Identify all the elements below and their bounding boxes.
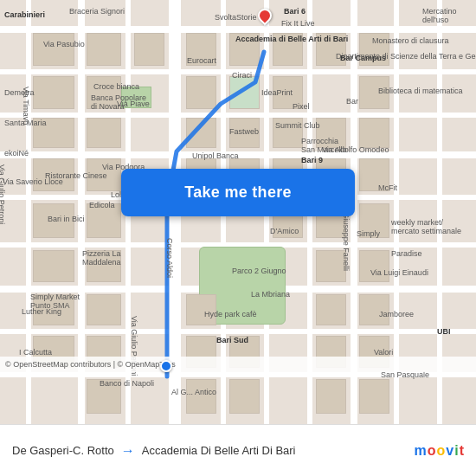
block-9 [33,76,74,109]
block-38 [33,294,74,325]
block-11 [186,76,216,109]
logo-v2: i [454,443,458,459]
green-small1 [121,87,151,108]
street-h8 [0,329,476,334]
logo-m: m [415,443,427,459]
block-35 [87,250,121,282]
origin-pin [160,360,174,374]
block-22 [33,158,74,191]
logo-it: t [460,443,464,459]
route-arrow-icon: → [121,443,135,459]
block-40 [186,294,216,325]
block-41 [316,294,346,325]
street-h2 [0,69,476,74]
block-3 [134,33,164,66]
block-17 [186,118,216,148]
block-49 [87,379,121,414]
block-5 [229,33,260,66]
block-21 [359,118,389,148]
block-20 [316,118,346,148]
block-36 [316,250,346,282]
block-51 [229,379,260,414]
block-50 [186,379,216,414]
origin-pin-dot [160,360,172,372]
block-33 [359,203,389,238]
block-18 [229,118,260,148]
block-16 [87,118,121,148]
logo-o2: o [437,443,446,459]
block-30 [87,203,121,238]
block-academy [229,76,260,109]
block-4 [186,33,216,66]
block-2 [87,33,121,66]
block-13 [273,76,303,109]
block-7 [316,33,346,66]
block-14 [359,76,389,109]
destination-pin [258,9,273,28]
route-to: Accademia Di Belle Arti Di Bari [142,444,296,457]
block-10 [87,76,121,109]
block-53 [359,379,389,414]
block-29 [33,203,74,238]
block-52 [316,379,346,414]
take-me-there-overlay: Take me there [121,169,355,216]
block-1 [33,33,74,66]
block-39 [87,294,121,325]
logo-v: v [446,443,453,459]
bottom-bar: De Gasperi-C. Rotto → Accademia Di Belle… [0,424,476,476]
street-h9 [0,372,476,377]
street-h4 [0,151,476,158]
block-42 [359,294,389,325]
logo-o1: o [428,443,436,459]
block-23 [87,158,121,191]
street-h1 [0,26,476,33]
block-37 [359,250,389,282]
take-me-there-button[interactable]: Take me there [121,169,355,216]
destination-pin-circle [255,6,275,26]
block-28 [359,158,389,191]
block-8 [359,33,389,66]
attribution-bar: © OpenStreetMap contributors | © OpenMap… [0,357,476,372]
route-from: De Gasperi-C. Rotto [12,444,114,457]
route-info: De Gasperi-C. Rotto → Accademia Di Belle… [12,443,464,459]
block-34 [33,250,74,282]
attribution-text: © OpenStreetMap contributors | © OpenMap… [5,360,176,369]
block-15 [33,118,74,148]
block-19 [273,118,303,148]
block-6 [273,33,303,66]
moovit-logo: m o o v i t [415,443,464,459]
map-container: Via Pasubio Via Timavo Via Giulio Petron… [0,0,476,424]
